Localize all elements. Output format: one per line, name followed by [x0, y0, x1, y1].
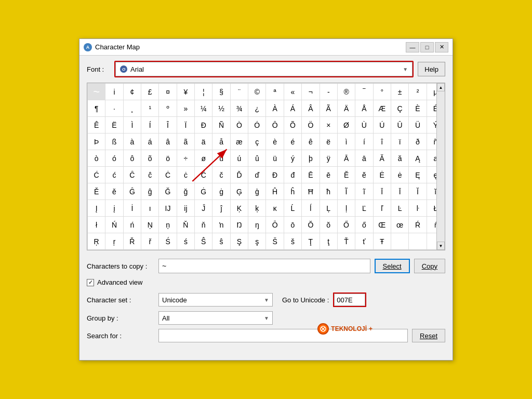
unicode-input[interactable]	[334, 294, 365, 306]
char-cell[interactable]: ã	[177, 134, 195, 150]
char-cell[interactable]: č	[212, 167, 230, 183]
char-cell[interactable]: Ň	[177, 217, 195, 233]
char-cell[interactable]: »	[177, 100, 195, 117]
char-cell[interactable]: ľ	[374, 200, 391, 217]
char-cell[interactable]: ĵ	[212, 200, 230, 217]
char-cell[interactable]: Ŋ	[231, 217, 248, 233]
char-cell[interactable]: Ö	[302, 117, 320, 134]
char-cell[interactable]: -	[320, 84, 338, 100]
char-cell[interactable]: Ĕ	[338, 167, 355, 183]
char-cell[interactable]: Ř	[124, 233, 141, 250]
char-cell[interactable]: ġ	[212, 183, 230, 200]
char-cell[interactable]: ì	[338, 134, 355, 150]
char-cell[interactable]: À	[266, 100, 284, 117]
char-cell[interactable]: Ê	[88, 117, 105, 134]
char-cell[interactable]: Ĺ	[284, 200, 302, 217]
char-cell[interactable]: ²	[409, 84, 427, 100]
char-cell[interactable]: ï	[391, 134, 409, 150]
scroll-up-button[interactable]: ▲	[437, 83, 445, 91]
char-cell[interactable]: ~	[88, 84, 105, 100]
char-cell[interactable]: î	[374, 134, 391, 150]
char-cell[interactable]: Ŕ	[409, 217, 427, 233]
char-cell[interactable]: ś	[177, 233, 195, 250]
char-cell[interactable]: Š	[266, 233, 284, 250]
char-cell[interactable]: Ō	[266, 217, 284, 233]
char-cell[interactable]: ij	[177, 200, 195, 217]
char-cell[interactable]: ě	[105, 183, 123, 200]
char-cell[interactable]: ç	[248, 134, 266, 150]
char-cell[interactable]: ¤	[159, 84, 177, 100]
char-cell[interactable]: ¹	[141, 100, 159, 117]
char-cell[interactable]: Ė	[374, 167, 391, 183]
char-cell[interactable]: ß	[105, 134, 123, 150]
char-cell[interactable]: ř	[141, 233, 159, 250]
char-cell[interactable]: í	[355, 134, 373, 150]
char-cell[interactable]: Ķ	[231, 200, 248, 217]
char-cell[interactable]: Ë	[105, 117, 123, 134]
char-cell[interactable]: Ĉ	[124, 167, 141, 183]
charset-dropdown[interactable]: Unicode ▼	[158, 293, 273, 307]
char-cell[interactable]: ÿ	[320, 150, 338, 167]
copy-button[interactable]: Copy	[414, 259, 445, 273]
char-cell[interactable]: ė	[391, 167, 409, 183]
char-cell[interactable]: Ţ	[302, 233, 320, 250]
char-cell[interactable]: ť	[355, 233, 373, 250]
char-cell[interactable]: œ	[391, 217, 409, 233]
char-cell[interactable]: Ï	[177, 117, 195, 134]
char-cell[interactable]: ¾	[231, 100, 248, 117]
char-cell[interactable]: Á	[284, 100, 302, 117]
char-cell[interactable]: ©	[248, 84, 266, 100]
char-cell[interactable]: ĩ	[355, 183, 373, 200]
char-cell[interactable]: ª	[266, 84, 284, 100]
scrollbar[interactable]: ▲ ▼	[436, 83, 445, 250]
char-cell[interactable]: é	[284, 134, 302, 150]
char-cell[interactable]: «	[284, 84, 302, 100]
minimize-button[interactable]: —	[406, 42, 419, 52]
char-cell[interactable]: ô	[124, 150, 141, 167]
char-cell[interactable]: ù	[212, 150, 230, 167]
char-cell[interactable]: ļ	[338, 200, 355, 217]
char-cell[interactable]: ú	[231, 150, 248, 167]
char-cell[interactable]: Ć	[88, 167, 105, 183]
char-cell[interactable]: ¬	[302, 84, 320, 100]
char-cell[interactable]	[391, 233, 409, 250]
char-cell[interactable]: ŉ	[212, 217, 230, 233]
char-cell[interactable]: ŏ	[320, 217, 338, 233]
char-cell[interactable]: ň	[195, 217, 212, 233]
char-cell[interactable]: Å	[355, 100, 373, 117]
char-cell[interactable]: ċ	[177, 167, 195, 183]
char-cell[interactable]: ĕ	[355, 167, 373, 183]
char-cell[interactable]: ģ	[248, 183, 266, 200]
char-cell[interactable]: Ð	[195, 117, 212, 134]
char-cell[interactable]: Ń	[105, 217, 123, 233]
char-cell[interactable]: ä	[195, 134, 212, 150]
close-button[interactable]: ✕	[435, 42, 448, 52]
char-cell[interactable]: Đ	[266, 167, 284, 183]
char-cell[interactable]: Ŧ	[374, 233, 391, 250]
maximize-button[interactable]: □	[420, 42, 434, 52]
char-cell[interactable]: û	[248, 150, 266, 167]
char-cell[interactable]: Ĭ	[409, 183, 427, 200]
char-cell[interactable]: ®	[338, 84, 355, 100]
char-cell[interactable]: ķ	[248, 200, 266, 217]
char-cell[interactable]: ¶	[88, 100, 105, 117]
char-cell[interactable]: Ģ	[231, 183, 248, 200]
char-cell[interactable]: i	[105, 84, 123, 100]
groupby-dropdown[interactable]: All ▼	[158, 311, 273, 325]
char-cell[interactable]: IJ	[159, 200, 177, 217]
char-cell[interactable]: è	[266, 134, 284, 150]
char-cell[interactable]: Í	[141, 117, 159, 134]
char-cell[interactable]: İ	[124, 200, 141, 217]
char-cell[interactable]: ħ	[320, 183, 338, 200]
char-cell[interactable]: ı	[141, 200, 159, 217]
char-cell[interactable]: Ŝ	[195, 233, 212, 250]
char-cell[interactable]: ë	[320, 134, 338, 150]
char-cell[interactable]: æ	[231, 134, 248, 150]
char-cell[interactable]: ď	[248, 167, 266, 183]
char-cell[interactable]: ý	[284, 150, 302, 167]
char-cell[interactable]: Ă	[374, 150, 391, 167]
char-cell[interactable]: ć	[105, 167, 123, 183]
char-cell[interactable]: Ħ	[302, 183, 320, 200]
char-cell[interactable]: Ę	[409, 167, 427, 183]
char-cell[interactable]: Ó	[248, 117, 266, 134]
